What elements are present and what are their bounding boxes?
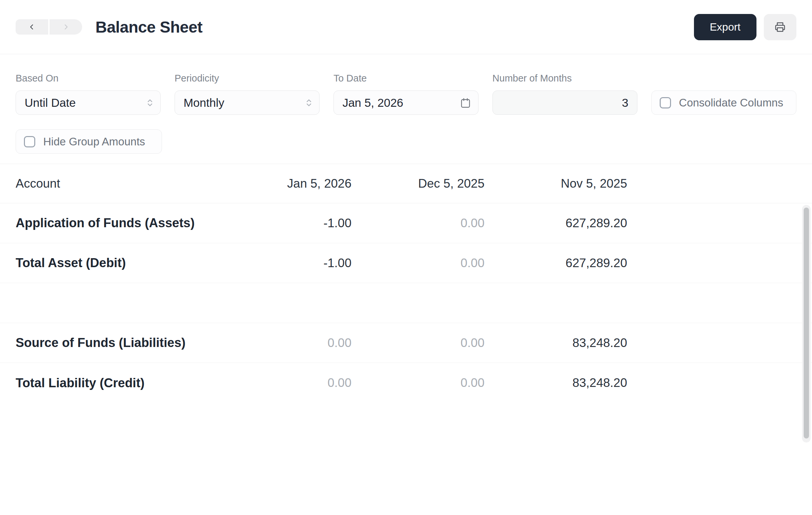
number-of-months-label: Number of Months: [492, 73, 637, 84]
calendar-icon[interactable]: [460, 97, 471, 109]
checkbox-icon[interactable]: [24, 136, 35, 147]
topbar-actions: Export: [694, 14, 796, 40]
periodicity-value: Monthly: [183, 96, 225, 109]
column-header-account: Account: [16, 177, 220, 191]
value-cell: 627,289.20: [485, 216, 627, 230]
filters-section: Based On Until Date Periodicity Monthly: [0, 54, 812, 164]
value-cell: 83,248.20: [485, 336, 627, 350]
filter-periodicity: Periodicity Monthly: [175, 73, 320, 115]
column-header-period-2: Dec 5, 2025: [351, 177, 485, 191]
column-header-period-3: Nov 5, 2025: [485, 177, 627, 191]
filter-to-date: To Date Jan 5, 2026: [334, 73, 478, 115]
table-row: Application of Funds (Assets) -1.00 0.00…: [0, 203, 812, 243]
table-row: Source of Funds (Liabilities) 0.00 0.00 …: [0, 323, 812, 363]
history-nav-group: [16, 19, 82, 35]
forward-button[interactable]: [50, 19, 82, 35]
page-title: Balance Sheet: [95, 18, 203, 36]
number-of-months-value: 3: [622, 96, 628, 109]
account-cell[interactable]: Application of Funds (Assets): [16, 216, 220, 230]
based-on-select[interactable]: Until Date: [16, 90, 161, 115]
hide-group-amounts-checkbox[interactable]: Hide Group Amounts: [16, 129, 162, 154]
value-cell: 0.00: [351, 216, 485, 230]
chevron-left-icon: [28, 23, 36, 31]
value-cell: -1.00: [220, 256, 351, 270]
value-cell: 83,248.20: [485, 376, 627, 390]
to-date-label: To Date: [334, 73, 478, 84]
periodicity-label: Periodicity: [175, 73, 320, 84]
column-header-period-1: Jan 5, 2026: [220, 177, 351, 191]
periodicity-select[interactable]: Monthly: [175, 90, 320, 115]
filter-based-on: Based On Until Date: [16, 73, 161, 115]
export-button[interactable]: Export: [694, 14, 756, 40]
value-cell: 0.00: [351, 256, 485, 270]
number-of-months-input[interactable]: 3: [492, 90, 637, 115]
based-on-label: Based On: [16, 73, 161, 84]
table-header: Account Jan 5, 2026 Dec 5, 2025 Nov 5, 2…: [0, 164, 812, 203]
to-date-input[interactable]: Jan 5, 2026: [334, 90, 478, 115]
consolidate-columns-checkbox[interactable]: Consolidate Columns: [651, 90, 796, 115]
value-cell: 0.00: [351, 336, 485, 350]
account-cell[interactable]: Source of Funds (Liabilities): [16, 336, 220, 350]
account-cell[interactable]: Total Asset (Debit): [16, 256, 220, 270]
value-cell: 627,289.20: [485, 256, 627, 270]
scrollbar-thumb[interactable]: [804, 208, 809, 438]
filter-number-of-months: Number of Months 3: [492, 73, 637, 115]
vertical-scrollbar[interactable]: [802, 205, 811, 442]
topbar: Balance Sheet Export: [0, 0, 812, 54]
hide-group-amounts-label: Hide Group Amounts: [43, 135, 145, 148]
back-button[interactable]: [16, 19, 48, 35]
balance-sheet-page: Balance Sheet Export Based On Until Date: [0, 0, 812, 515]
table-row: Total Asset (Debit) -1.00 0.00 627,289.2…: [0, 243, 812, 283]
table-row: Total Liability (Credit) 0.00 0.00 83,24…: [0, 363, 812, 403]
value-cell: -1.00: [220, 216, 351, 230]
value-cell: 0.00: [351, 376, 485, 390]
value-cell: 0.00: [220, 336, 351, 350]
table-row-spacer: [0, 283, 812, 323]
chevron-up-down-icon: [305, 97, 313, 108]
based-on-value: Until Date: [25, 96, 76, 109]
value-cell: 0.00: [220, 376, 351, 390]
chevron-right-icon: [62, 23, 69, 31]
to-date-value: Jan 5, 2026: [343, 96, 403, 109]
print-button[interactable]: [764, 14, 796, 40]
checkbox-icon[interactable]: [660, 97, 671, 108]
account-cell[interactable]: Total Liability (Credit): [16, 376, 220, 390]
printer-icon: [774, 20, 787, 34]
chevron-up-down-icon: [146, 97, 154, 108]
table-body: Application of Funds (Assets) -1.00 0.00…: [0, 203, 812, 403]
consolidate-columns-label: Consolidate Columns: [679, 97, 783, 109]
